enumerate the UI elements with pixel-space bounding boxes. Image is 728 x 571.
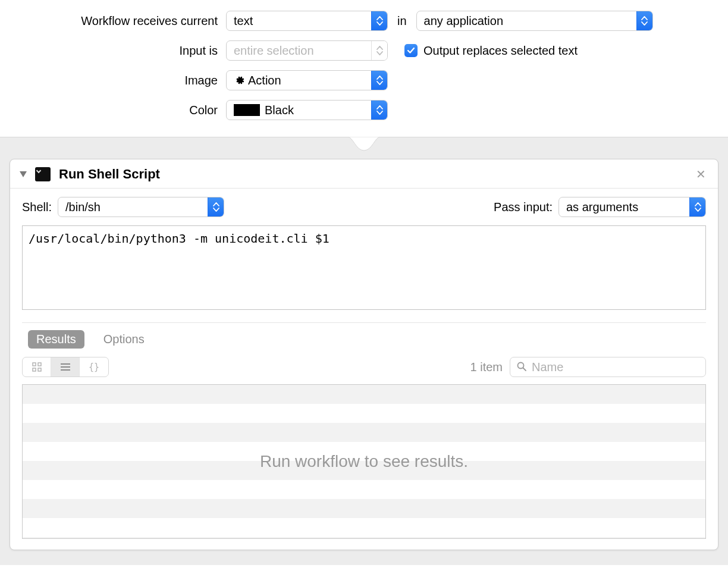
shell-value: /bin/sh: [58, 200, 208, 214]
application-value: any application: [417, 14, 636, 28]
results-toolbar: {} 1 item: [10, 357, 718, 384]
svg-text:{}: {}: [89, 362, 99, 372]
color-swatch-black: [234, 104, 260, 116]
input-is-label: Input is: [0, 44, 226, 58]
receives-value: text: [227, 14, 371, 28]
workflow-config: Workflow receives current text in any ap…: [0, 0, 728, 137]
shell-popup[interactable]: /bin/sh: [58, 197, 224, 217]
results-search[interactable]: [510, 357, 706, 377]
checkbox-checked-icon: [404, 44, 418, 57]
results-item-count: 1 item: [470, 360, 503, 374]
image-label: Image: [0, 74, 226, 87]
shell-label: Shell:: [22, 200, 52, 214]
image-value-wrap: Action: [227, 74, 371, 87]
results-search-input[interactable]: [532, 360, 699, 374]
tab-results[interactable]: Results: [28, 330, 84, 349]
output-replaces-label: Output replaces selected text: [423, 44, 578, 58]
tabs-row: Results Options: [10, 323, 718, 357]
results-placeholder: Run workflow to see results.: [23, 385, 705, 538]
close-icon[interactable]: ✕: [694, 167, 708, 181]
svg-rect-1: [38, 363, 41, 366]
svg-rect-2: [33, 368, 36, 371]
config-row-image: Image Action: [0, 70, 728, 90]
stepper-icon: [636, 11, 652, 30]
action-header: Run Shell Script ✕: [10, 159, 718, 189]
receives-popup[interactable]: text: [226, 11, 388, 31]
application-popup[interactable]: any application: [416, 11, 653, 31]
svg-line-9: [523, 368, 526, 371]
svg-rect-3: [38, 368, 41, 371]
script-textarea[interactable]: [22, 225, 706, 310]
view-list-icon[interactable]: [51, 357, 80, 377]
stepper-icon: [208, 197, 224, 217]
stepper-icon: [371, 11, 387, 30]
pass-input-label: Pass input:: [494, 200, 553, 214]
color-popup[interactable]: Black: [226, 100, 388, 120]
stepper-icon: [371, 41, 387, 60]
stepper-icon: [371, 71, 387, 90]
pass-input-popup[interactable]: as arguments: [558, 197, 706, 217]
image-value: Action: [248, 74, 281, 87]
in-label: in: [388, 14, 416, 28]
stepper-icon: [371, 101, 387, 120]
workflow-canvas: Run Shell Script ✕ Shell: /bin/sh Pass i…: [0, 137, 728, 565]
view-mode-segmented[interactable]: {}: [22, 357, 109, 377]
config-row-color: Color Black: [0, 100, 728, 120]
terminal-icon: [35, 167, 51, 181]
disclosure-triangle-icon[interactable]: [18, 170, 28, 178]
color-label: Color: [0, 103, 226, 117]
search-icon: [516, 361, 527, 374]
receives-label: Workflow receives current: [0, 14, 226, 28]
canvas-notch: [347, 137, 381, 151]
action-title: Run Shell Script: [59, 167, 694, 182]
color-value-wrap: Black: [227, 103, 371, 117]
gear-icon: [234, 75, 244, 86]
action-run-shell-script: Run Shell Script ✕ Shell: /bin/sh Pass i…: [10, 159, 718, 550]
color-value: Black: [265, 103, 294, 117]
tab-options[interactable]: Options: [95, 330, 153, 349]
view-icons-icon[interactable]: [23, 357, 51, 377]
input-is-value: entire selection: [227, 44, 371, 58]
input-is-popup[interactable]: entire selection: [226, 40, 388, 61]
results-table: Run workflow to see results.: [22, 384, 706, 539]
stepper-icon: [689, 197, 705, 217]
shell-pass-row: Shell: /bin/sh Pass input: as arguments: [22, 197, 706, 217]
image-popup[interactable]: Action: [226, 70, 388, 90]
config-row-input-is: Input is entire selection Output replace…: [0, 40, 728, 61]
svg-rect-0: [33, 363, 36, 366]
view-braces-icon[interactable]: {}: [80, 357, 108, 377]
config-row-receives: Workflow receives current text in any ap…: [0, 11, 728, 31]
output-replaces-checkbox[interactable]: Output replaces selected text: [404, 44, 578, 58]
action-body: Shell: /bin/sh Pass input: as arguments: [10, 189, 718, 322]
pass-input-value: as arguments: [559, 200, 689, 214]
